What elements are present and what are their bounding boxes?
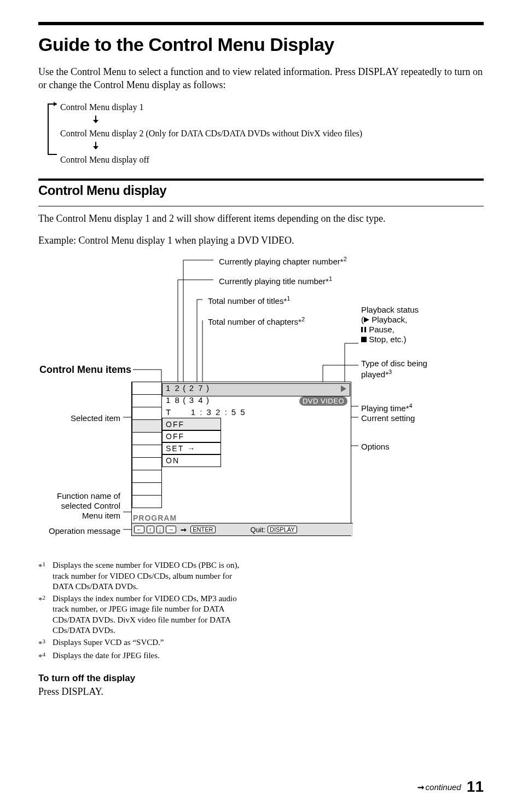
page: Guide to the Control Menu Display Use th… — [0, 0, 522, 812]
footnote-text: Displays the index number for VIDEO CDs,… — [53, 594, 250, 636]
sequence-block: Control Menu display 1 Control Menu disp… — [60, 101, 484, 166]
svg-marker-2 — [93, 120, 98, 123]
enter-key: ENTER — [190, 526, 215, 533]
control-menu-panel: DVD VIDEO 1 2 ( 2 7 ) 1 8 ( 3 4 ) — [131, 382, 351, 536]
figure: Currently playing chapter number*2 Curre… — [38, 256, 484, 557]
footnote-marker: *3 — [38, 637, 53, 650]
time-readout: T 1 : 3 2 : 5 5 — [166, 407, 246, 417]
cycle-bracket-icon — [45, 102, 60, 157]
footnote: *2 Displays the index number for VIDEO C… — [38, 594, 484, 636]
chapter-readout: 1 8 ( 3 4 ) — [166, 395, 210, 405]
arrow-right-key-icon: → — [166, 526, 176, 533]
footnote-text: Displays Super VCD as “SVCD.” — [53, 637, 164, 650]
title-readout: 1 2 ( 2 7 ) — [166, 383, 210, 393]
option-row: OFF — [162, 430, 221, 443]
footnote-marker: *2 — [38, 594, 53, 636]
divider — [38, 206, 484, 206]
arrow-left-key-icon: ← — [134, 526, 144, 533]
sequence-item: Control Menu display 1 — [60, 101, 484, 114]
footnotes: *1 Displays the scene number for VIDEO C… — [38, 560, 484, 663]
program-label: PROGRAM — [133, 514, 177, 522]
intro-paragraph: Use the Control Menu to select a functio… — [38, 65, 484, 92]
footnote-text: Displays the date for JPEG files. — [53, 650, 160, 663]
option-row: SET→ — [162, 442, 221, 455]
footnote-marker: *1 — [38, 560, 53, 592]
page-title: Guide to the Control Menu Display — [38, 34, 484, 55]
right-arrow-icon: ➞ — [178, 526, 188, 534]
play-status-icon — [341, 385, 346, 392]
down-arrow-icon — [93, 116, 98, 125]
example-line: Example: Control Menu display 1 when pla… — [38, 234, 484, 247]
sequence-item: Control Menu display 2 (Only for DATA CD… — [60, 127, 484, 140]
option-row: OFF — [162, 418, 221, 431]
sequence-item: Control Menu display off — [60, 153, 484, 166]
divider — [38, 178, 484, 181]
down-arrow-icon — [93, 142, 98, 152]
continued-label: continued — [426, 782, 461, 792]
display-key: DISPLAY — [268, 526, 297, 533]
turn-off-heading: To turn off the display — [38, 673, 484, 684]
quit-label: Quit: — [251, 526, 265, 534]
footnote: *3 Displays Super VCD as “SVCD.” — [38, 637, 484, 650]
continued-arrow-icon: ➞ — [417, 782, 425, 792]
turn-off-body: Press DISPLAY. — [38, 685, 484, 698]
svg-marker-0 — [54, 102, 57, 106]
svg-marker-4 — [93, 146, 98, 149]
section-lead: The Control Menu display 1 and 2 will sh… — [38, 212, 484, 225]
page-number: 11 — [467, 778, 484, 795]
arrow-down-key-icon: ↓ — [156, 526, 164, 533]
icon-column — [132, 382, 162, 508]
option-row: ON — [162, 454, 221, 467]
footnote-text: Displays the scene number for VIDEO CDs … — [53, 560, 250, 592]
operation-bar: ← ↑ ↓ → ➞ ENTER Quit: DISPLAY — [132, 523, 353, 535]
disc-type-badge: DVD VIDEO — [299, 396, 347, 406]
arrow-up-key-icon: ↑ — [147, 526, 154, 533]
footnote: *4 Displays the date for JPEG files. — [38, 650, 484, 663]
footnote-marker: *4 — [38, 650, 53, 663]
page-footer: ➞continued 11 — [417, 778, 484, 796]
footnote: *1 Displays the scene number for VIDEO C… — [38, 560, 484, 592]
divider — [38, 22, 484, 25]
section-heading: Control Menu display — [38, 183, 484, 198]
